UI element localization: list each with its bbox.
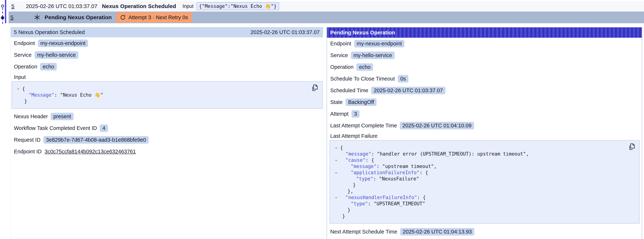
field-label: Service bbox=[330, 52, 348, 58]
copy-icon bbox=[312, 84, 318, 92]
field-endpoint: Endpoint my-nexus-endpoint bbox=[327, 38, 642, 50]
json-line: "nexusHandlerFailureInfo": { bbox=[335, 194, 635, 200]
field-value-chip: 2025-02-26 UTC 01:03:37.07 bbox=[371, 87, 446, 94]
field-label: State bbox=[330, 99, 343, 105]
field-nexus-header: Nexus Header present bbox=[10, 110, 323, 122]
last-attempt-failure-json-block: { "message": "handler error (UPSTREAM_TI… bbox=[330, 140, 640, 224]
field-value-chip: echo bbox=[40, 63, 57, 70]
json-line: "type": "NexusFailure" bbox=[335, 176, 635, 182]
json-gutter bbox=[335, 215, 340, 218]
field-state: State BackingOff bbox=[327, 96, 642, 108]
field-next-attempt-schedule-time: Next Attempt Schedule Time 2025-02-26 UT… bbox=[327, 226, 642, 238]
collapse-chevron-icon[interactable] bbox=[335, 146, 338, 149]
field-label: Endpoint bbox=[14, 40, 35, 46]
field-operation: Operation echo bbox=[10, 61, 323, 72]
event-id-link[interactable]: 5 bbox=[11, 3, 14, 9]
field-label: Request ID bbox=[14, 137, 40, 143]
field-label: Workflow Task Completed Event ID bbox=[14, 125, 97, 131]
field-value-chip: 2025-02-26 UTC 01:04:13.93 bbox=[400, 228, 474, 236]
field-label: Endpoint bbox=[330, 41, 351, 47]
event-input-label: Input bbox=[182, 4, 194, 9]
json-gutter bbox=[335, 165, 340, 168]
state-badge: BackingOff bbox=[346, 98, 376, 106]
collapse-chevron-icon[interactable] bbox=[335, 159, 338, 162]
json-line: { bbox=[17, 86, 318, 92]
json-line: } bbox=[335, 213, 635, 219]
left-panel-title: 5 Nexus Operation Scheduled bbox=[14, 29, 85, 35]
endpoint-id-link[interactable]: 3c0c75ccfa8144b092c13ce632463761 bbox=[45, 148, 136, 155]
json-gutter bbox=[335, 190, 340, 193]
collapse-chevron-icon[interactable] bbox=[335, 196, 338, 199]
collapse-chevron-icon[interactable] bbox=[17, 87, 20, 90]
field-value-chip: 3e829b7e-7d67-4b08-aad3-b1e868bfe9e0 bbox=[44, 136, 149, 144]
field-input-label: Input bbox=[10, 72, 323, 81]
json-gutter bbox=[335, 159, 340, 162]
field-service: Service my-hello-service bbox=[327, 50, 642, 61]
json-line: "applicationFailureInfo": { bbox=[335, 170, 635, 176]
field-workflow-task-completed-event-id: Workflow Task Completed Event ID 4 bbox=[10, 122, 323, 134]
collapse-chevron-icon[interactable] bbox=[335, 171, 338, 174]
field-label: Schedule To Close Timeout bbox=[330, 76, 395, 82]
json-lines: { "message": "handler error (UPSTREAM_TI… bbox=[335, 144, 635, 219]
event-timestamp: 2025-02-26 UTC 01:03:37.07 bbox=[26, 3, 98, 9]
field-endpoint-id: Endpoint ID 3c0c75ccfa8144b092c13ce63246… bbox=[10, 146, 323, 158]
json-gutter bbox=[335, 146, 340, 149]
json-line: "message": "upstream timeout", bbox=[335, 163, 635, 170]
field-value-chip: my-nexus-endpoint bbox=[38, 40, 88, 47]
json-gutter bbox=[335, 196, 340, 199]
json-line: "cause": { bbox=[335, 157, 635, 163]
field-label: Operation bbox=[330, 64, 354, 70]
field-value-chip: 2025-02-26 UTC 01:04:10.09 bbox=[400, 122, 474, 130]
event-detail-panel-left: 5 Nexus Operation Scheduled 2025-02-26 U… bbox=[10, 27, 323, 239]
json-line: } bbox=[335, 182, 635, 188]
field-attempt: Attempt 3 bbox=[327, 108, 642, 120]
json-line: { bbox=[335, 144, 635, 151]
temporal-event-history: 5 2025-02-26 UTC 01:03:37.07 Nexus Opera… bbox=[0, 0, 644, 239]
field-label: Next Attempt Schedule Time bbox=[330, 229, 397, 235]
field-value-chip: echo bbox=[356, 63, 373, 71]
timeline-current-dot-icon bbox=[1, 16, 4, 20]
json-line: }, bbox=[335, 188, 635, 194]
retry-icon bbox=[120, 14, 126, 20]
pending-row-title: Pending Nexus Operation bbox=[45, 14, 112, 20]
json-gutter bbox=[335, 152, 340, 156]
field-value-chip: my-hello-service bbox=[351, 52, 395, 59]
copy-button[interactable] bbox=[312, 84, 318, 92]
json-gutter bbox=[17, 100, 22, 103]
event-row-nexus-operation-scheduled[interactable]: 5 2025-02-26 UTC 01:03:37.07 Nexus Opera… bbox=[8, 1, 644, 11]
event-input-value-chip: {"Message":"Nexus Echo 👋"} bbox=[196, 2, 279, 10]
left-panel-timestamp: 2025-02-26 UTC 01:03:37.07 bbox=[250, 29, 320, 35]
field-label: Last Attempt Complete Time bbox=[330, 122, 397, 129]
field-schedule-to-close-timeout: Schedule To Close Timeout 0s bbox=[327, 73, 642, 84]
json-line: "message": "handler error (UPSTREAM_TIME… bbox=[335, 151, 635, 157]
field-value-chip: 4 bbox=[100, 124, 108, 132]
field-value-chip: my-nexus-endpoint bbox=[354, 40, 404, 48]
field-operation: Operation echo bbox=[327, 61, 642, 73]
pending-nexus-operation-row[interactable]: 5 Pending Nexus Operation Attempt 3 · Ne… bbox=[8, 12, 644, 23]
json-line: "type": "UPSTREAM_TIMEOUT" bbox=[335, 200, 635, 207]
pending-event-id-link[interactable]: 5 bbox=[10, 14, 14, 20]
json-line: } bbox=[335, 207, 635, 213]
json-gutter bbox=[335, 171, 340, 174]
field-service: Service my-hello-service bbox=[10, 49, 323, 61]
json-gutter bbox=[335, 184, 340, 187]
timeline-active-bar bbox=[5, 0, 6, 23]
json-line: "Message": "Nexus Echo 👋" bbox=[17, 92, 318, 98]
left-panel-header: 5 Nexus Operation Scheduled 2025-02-26 U… bbox=[10, 27, 323, 37]
pending-panel-title: Pending Nexus Operation bbox=[330, 30, 395, 36]
field-value-chip: my-hello-service bbox=[34, 51, 78, 59]
attempt-retry-badge: Attempt 3 · Next Retry 0s bbox=[116, 12, 192, 22]
pending-panel-header: Pending Nexus Operation bbox=[327, 28, 642, 38]
field-label: Scheduled Time bbox=[330, 88, 368, 94]
field-value-chip: present bbox=[51, 113, 74, 120]
field-label: Nexus Header bbox=[14, 114, 48, 120]
field-value-chip: 0s bbox=[398, 75, 408, 82]
field-label: Last Attempt Failure bbox=[330, 133, 378, 139]
field-last-attempt-complete-time: Last Attempt Complete Time 2025-02-26 UT… bbox=[327, 120, 642, 132]
copy-button[interactable] bbox=[628, 143, 636, 151]
attempt-retry-text: Attempt 3 · Next Retry 0s bbox=[128, 14, 188, 20]
json-gutter bbox=[335, 177, 340, 180]
field-label: Operation bbox=[14, 64, 37, 70]
field-last-attempt-failure-label: Last Attempt Failure bbox=[327, 132, 642, 140]
input-json-block: { "Message": "Nexus Echo 👋" bbox=[12, 81, 322, 109]
